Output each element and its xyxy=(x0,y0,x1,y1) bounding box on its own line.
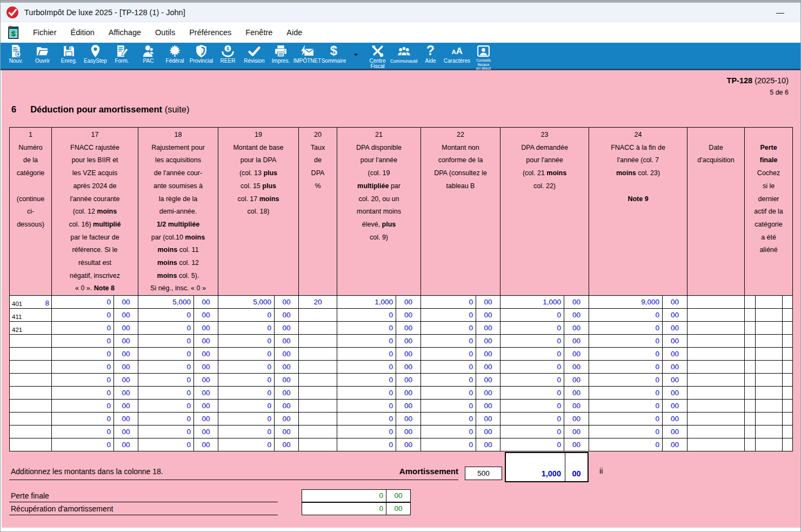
cell-c22-cents[interactable]: 00 xyxy=(476,374,500,387)
cell-c21-amount[interactable]: 0 xyxy=(337,322,396,335)
cell-c22-amount[interactable]: 0 xyxy=(421,348,476,361)
cell-c17-cents[interactable]: 00 xyxy=(114,413,138,425)
cell-c21-cents[interactable]: 00 xyxy=(396,374,421,387)
cell-c19-cents[interactable]: 00 xyxy=(275,348,299,361)
cell-c22-cents[interactable]: 00 xyxy=(476,400,500,413)
cell-c24-cents[interactable]: 00 xyxy=(663,374,687,387)
minimize-button[interactable]: — xyxy=(776,8,784,17)
cell-c19-cents[interactable]: 00 xyxy=(275,387,299,400)
cell-c18-amount[interactable]: 0 xyxy=(138,348,194,361)
cell-c23-amount[interactable]: 0 xyxy=(500,425,564,438)
perte-finale-checkbox[interactable] xyxy=(755,296,783,308)
toolbar-button-pac[interactable]: PAC xyxy=(135,44,162,64)
cell-c17-cents[interactable]: 00 xyxy=(114,335,138,348)
cell-acquisition-date[interactable] xyxy=(687,309,745,322)
toolbar-button-reer[interactable]: $REER xyxy=(215,44,241,64)
cell-c17-cents[interactable]: 00 xyxy=(114,425,138,438)
cell-c22-cents[interactable]: 00 xyxy=(476,322,500,335)
cell-c22-cents[interactable]: 00 xyxy=(476,425,500,438)
cell-c23-cents[interactable]: 00 xyxy=(564,335,589,348)
cell-c22-cents[interactable]: 00 xyxy=(476,413,500,425)
cell-c24-cents[interactable]: 00 xyxy=(663,335,687,348)
perte-finale-checkbox[interactable] xyxy=(755,348,783,360)
toolbar-button-conseils-fiscaux-en-direct[interactable]: Conseils fiscaux en direct xyxy=(470,44,497,71)
cell-c21-amount[interactable]: 0 xyxy=(337,309,396,322)
cell-c18-cents[interactable]: 00 xyxy=(194,335,218,348)
cell-c23-cents[interactable]: 00 xyxy=(564,400,589,413)
menu-item-edition[interactable]: Édition xyxy=(64,25,102,39)
cell-c21-cents[interactable]: 00 xyxy=(396,348,421,361)
cell-c18-amount[interactable]: 0 xyxy=(138,374,194,387)
cell-c22-cents[interactable]: 00 xyxy=(476,387,500,400)
cell-c17-amount[interactable]: 0 xyxy=(52,438,114,451)
cell-rate[interactable] xyxy=(299,438,337,451)
cell-category[interactable]: 421 xyxy=(10,322,52,335)
amortissement-total-cents[interactable]: 00 xyxy=(565,453,588,481)
cell-acquisition-date[interactable] xyxy=(687,374,745,387)
cell-c17-amount[interactable]: 0 xyxy=(52,296,114,309)
toolbar-button-centre-fiscal[interactable]: Centre Fiscal xyxy=(364,44,391,69)
menu-item-outils[interactable]: Outils xyxy=(148,25,182,39)
cell-rate[interactable] xyxy=(299,374,337,387)
cell-c21-cents[interactable]: 00 xyxy=(396,322,421,335)
cell-c23-cents[interactable]: 00 xyxy=(564,361,589,374)
cell-c22-amount[interactable]: 0 xyxy=(421,335,476,348)
cell-c18-amount[interactable]: 0 xyxy=(138,361,194,374)
cell-c18-amount[interactable]: 0 xyxy=(138,425,194,438)
cell-c17-cents[interactable]: 00 xyxy=(114,400,138,413)
cell-category[interactable]: 411 xyxy=(10,309,52,322)
toolbar-button-enreg[interactable]: Enreg. xyxy=(56,44,82,64)
cell-c18-amount[interactable]: 0 xyxy=(138,309,194,322)
cell-c19-cents[interactable]: 00 xyxy=(275,400,299,413)
cell-c24-cents[interactable]: 00 xyxy=(663,309,687,322)
cell-c17-amount[interactable]: 0 xyxy=(52,374,114,387)
perte-finale-checkbox[interactable] xyxy=(755,425,783,438)
cell-c22-amount[interactable]: 0 xyxy=(421,425,476,438)
cell-c17-cents[interactable]: 00 xyxy=(114,438,138,451)
cell-c23-amount[interactable]: 0 xyxy=(500,348,564,361)
cell-c22-amount[interactable]: 0 xyxy=(421,322,476,335)
cell-rate[interactable] xyxy=(299,387,337,400)
perte-finale-checkbox[interactable] xyxy=(755,413,783,425)
cell-category[interactable] xyxy=(10,438,52,451)
amortissement-total-value[interactable]: 1,000 xyxy=(506,453,565,481)
toolbar-button-impres[interactable]: Impres. xyxy=(268,44,294,64)
cell-c23-amount[interactable]: 0 xyxy=(500,400,564,413)
cell-c24-amount[interactable]: 0 xyxy=(589,335,663,348)
menu-item-aide[interactable]: Aide xyxy=(279,25,309,39)
cell-c22-amount[interactable]: 0 xyxy=(421,374,476,387)
cell-c18-cents[interactable]: 00 xyxy=(194,425,218,438)
cell-c22-cents[interactable]: 00 xyxy=(476,335,500,348)
cell-category[interactable] xyxy=(10,387,52,400)
toolbar-button-federal[interactable]: Fédéral xyxy=(162,44,188,64)
cell-c23-amount[interactable]: 1,000 xyxy=(500,296,564,309)
cell-c24-amount[interactable]: 0 xyxy=(589,322,663,335)
cell-category[interactable] xyxy=(10,335,52,348)
cell-c24-cents[interactable]: 00 xyxy=(663,322,687,335)
cell-c18-cents[interactable]: 00 xyxy=(194,296,218,309)
cell-c17-cents[interactable]: 00 xyxy=(114,309,138,322)
cell-rate[interactable] xyxy=(299,309,337,322)
cell-c24-cents[interactable]: 00 xyxy=(663,348,687,361)
cell-c22-amount[interactable]: 0 xyxy=(421,400,476,413)
cell-category[interactable]: 4018 xyxy=(10,296,52,309)
recuperation-cents[interactable]: 00 xyxy=(386,502,411,515)
cell-rate[interactable] xyxy=(299,400,337,413)
perte-finale-checkbox[interactable] xyxy=(755,387,783,399)
toolbar-button-provincial[interactable]: Provincial xyxy=(188,44,215,64)
cell-c23-cents[interactable]: 00 xyxy=(564,387,589,400)
cell-c19-amount[interactable]: 0 xyxy=(218,413,275,425)
cell-acquisition-date[interactable] xyxy=(687,361,745,374)
cell-category[interactable] xyxy=(10,361,52,374)
toolbar-button-nouv[interactable]: Nouv. xyxy=(3,44,29,64)
cell-c24-amount[interactable]: 0 xyxy=(589,309,663,322)
cell-c17-cents[interactable]: 00 xyxy=(114,322,138,335)
cell-c18-cents[interactable]: 00 xyxy=(194,309,218,322)
cell-c22-cents[interactable]: 00 xyxy=(476,438,500,451)
cell-c23-cents[interactable]: 00 xyxy=(564,374,589,387)
cell-c23-cents[interactable]: 00 xyxy=(564,348,589,361)
cell-c24-amount[interactable]: 0 xyxy=(589,348,663,361)
cell-rate[interactable]: 20 xyxy=(299,296,337,309)
perte-finale-checkbox[interactable] xyxy=(755,335,783,347)
cell-category[interactable] xyxy=(10,413,52,425)
